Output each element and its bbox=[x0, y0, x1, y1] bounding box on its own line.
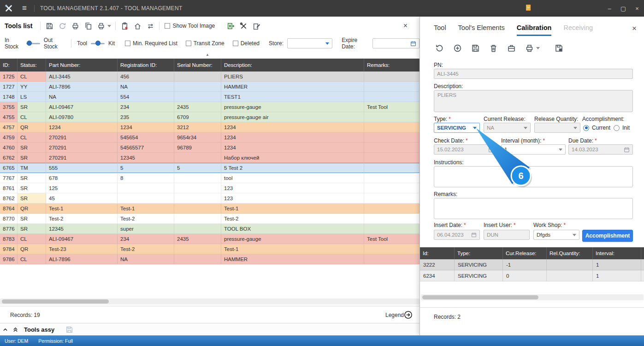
cell-part-number[interactable]: ALI-3445 bbox=[46, 72, 118, 82]
cell-id[interactable]: 4759 bbox=[0, 132, 18, 143]
cell-remarks[interactable] bbox=[364, 153, 419, 163]
store-select[interactable] bbox=[287, 38, 332, 48]
cell-serial-number[interactable]: 6709 bbox=[174, 112, 221, 122]
cell-registration-id[interactable]: Test-2 bbox=[118, 244, 174, 254]
release-quantity-select[interactable] bbox=[534, 123, 580, 133]
copy-icon[interactable] bbox=[82, 20, 95, 32]
column-header[interactable]: Part Number: bbox=[46, 59, 118, 72]
column-header[interactable]: Cur.Release: bbox=[503, 247, 547, 259]
delete-icon[interactable] bbox=[488, 42, 499, 54]
cell-description[interactable]: TOOL BOX bbox=[221, 224, 364, 234]
cell-serial-number[interactable] bbox=[174, 82, 221, 92]
cell-status[interactable]: CL bbox=[18, 234, 46, 244]
cell-description[interactable]: PLIERS bbox=[221, 72, 364, 82]
cell-registration-id[interactable]: Test-1 bbox=[118, 203, 174, 214]
table-row[interactable]: 3222SERVICING-11 bbox=[420, 259, 644, 270]
column-header[interactable]: Description: bbox=[221, 59, 364, 72]
transit-zone-checkbox[interactable]: Transit Zone bbox=[186, 40, 225, 47]
table-row[interactable]: 8776SR12345superTOOL BOX bbox=[0, 224, 419, 234]
cell-part-number[interactable]: ALI-7896 bbox=[46, 82, 118, 92]
cell-status[interactable]: CL bbox=[18, 112, 46, 122]
cell-description[interactable]: 1234 bbox=[221, 143, 364, 153]
cell-registration-id[interactable]: 12345 bbox=[118, 153, 174, 163]
cell-description[interactable]: HAMMER bbox=[221, 82, 364, 92]
cell-remarks[interactable] bbox=[364, 92, 419, 102]
cell-registration-id[interactable] bbox=[118, 183, 174, 193]
detail-close-icon[interactable]: × bbox=[632, 24, 637, 33]
due-date-input[interactable]: 14.03.2023 bbox=[568, 144, 633, 155]
table-row[interactable]: 9786CLALI-7896NAHAMMER bbox=[0, 254, 419, 264]
cell-part-number[interactable]: ALI-09467 bbox=[46, 102, 118, 112]
cell-part-number[interactable]: Test-23 bbox=[46, 244, 118, 254]
interval-select[interactable]: 1 bbox=[501, 144, 566, 155]
cell-status[interactable]: SR bbox=[18, 183, 46, 193]
cell-rel-quantity[interactable] bbox=[547, 259, 593, 270]
work-shop-select[interactable]: Dfgds bbox=[533, 230, 579, 240]
table-row[interactable]: 4760SR27029154565577967891234 bbox=[0, 143, 419, 153]
cell-remarks[interactable] bbox=[364, 183, 419, 193]
cell-serial-number[interactable] bbox=[174, 153, 221, 163]
column-header[interactable]: Serial Number: bbox=[174, 59, 221, 72]
pn-input[interactable]: ALI-3445 bbox=[434, 69, 633, 79]
cell-id[interactable]: 4760 bbox=[0, 143, 18, 153]
cell-part-number[interactable]: 270291 bbox=[46, 153, 118, 163]
min-required-checkbox[interactable]: Min. Required List bbox=[125, 40, 177, 47]
radio-current[interactable]: Current bbox=[583, 125, 610, 131]
cell-cur-release[interactable]: 0 bbox=[503, 270, 547, 281]
column-header[interactable]: Rel.Quantity: bbox=[547, 247, 593, 259]
cell-description[interactable]: 123 bbox=[221, 193, 364, 203]
cell-status[interactable]: SR bbox=[18, 173, 46, 183]
cell-type[interactable]: SERVICING bbox=[455, 270, 503, 281]
print-icon[interactable] bbox=[524, 42, 535, 54]
cell-serial-number[interactable] bbox=[174, 193, 221, 203]
cell-id[interactable]: 6762 bbox=[0, 153, 18, 163]
table-row[interactable]: 1725CLALI-3445456PLIERS bbox=[0, 72, 419, 82]
cell-part-number[interactable]: ALI-09467 bbox=[46, 234, 118, 244]
cell-part-number[interactable]: 270291 bbox=[46, 132, 118, 143]
save-layout-icon[interactable] bbox=[553, 42, 564, 54]
print-icon[interactable] bbox=[69, 20, 82, 32]
cell-remarks[interactable] bbox=[364, 254, 419, 264]
cell-status[interactable]: CL bbox=[18, 254, 46, 264]
cell-description[interactable]: 1234 bbox=[221, 122, 364, 132]
tools-list-close-icon[interactable]: × bbox=[401, 21, 410, 31]
column-header[interactable]: Status: bbox=[18, 59, 46, 72]
cell-registration-id[interactable] bbox=[118, 193, 174, 203]
cell-id[interactable]: 8764 bbox=[0, 203, 18, 214]
cell-registration-id[interactable]: 545654 bbox=[118, 132, 174, 143]
cell-cur-release[interactable]: -1 bbox=[503, 259, 547, 270]
legend-expand-icon[interactable] bbox=[404, 310, 413, 319]
cell-remarks[interactable] bbox=[364, 214, 419, 224]
cell-id[interactable]: 8761 bbox=[0, 183, 18, 193]
cell-extra[interactable] bbox=[641, 270, 644, 281]
table-row[interactable]: 4755CLALI-097802356709pressure-gauge air bbox=[0, 112, 419, 122]
cell-description[interactable]: TEST1 bbox=[221, 92, 364, 102]
cell-status[interactable]: QR bbox=[18, 203, 46, 214]
cell-serial-number[interactable] bbox=[174, 92, 221, 102]
cell-registration-id[interactable]: NA bbox=[118, 254, 174, 264]
table-row[interactable]: 8783CLALI-094672342435pressure-gaugeTest… bbox=[0, 234, 419, 244]
cell-serial-number[interactable] bbox=[174, 173, 221, 183]
cell-registration-id[interactable]: 456 bbox=[118, 72, 174, 82]
column-header[interactable]: I bbox=[641, 247, 644, 259]
cell-registration-id[interactable]: 1234 bbox=[118, 122, 174, 132]
tab-tools-elements[interactable]: Tool's Elements bbox=[458, 24, 505, 36]
expire-date-input[interactable] bbox=[372, 38, 419, 48]
cell-status[interactable]: SR bbox=[18, 102, 46, 112]
cell-extra[interactable] bbox=[641, 259, 644, 270]
cell-status[interactable]: QR bbox=[18, 244, 46, 254]
cell-part-number[interactable]: 45 bbox=[46, 193, 118, 203]
stock-toggle[interactable] bbox=[26, 40, 40, 47]
cell-status[interactable]: SR bbox=[18, 224, 46, 234]
cell-status[interactable]: SR bbox=[18, 193, 46, 203]
calibration-hscrollbar[interactable] bbox=[421, 294, 644, 300]
remarks-textarea[interactable] bbox=[434, 198, 633, 219]
cell-id[interactable]: 9784 bbox=[0, 244, 18, 254]
cell-description[interactable]: HAMMER bbox=[221, 254, 364, 264]
cell-registration-id[interactable]: 8 bbox=[118, 173, 174, 183]
cell-part-number[interactable]: ALI-7896 bbox=[46, 254, 118, 264]
cell-description[interactable]: Test-2 bbox=[221, 214, 364, 224]
cell-description[interactable]: 123 bbox=[221, 183, 364, 193]
column-header[interactable]: ID: bbox=[0, 59, 18, 72]
cell-remarks[interactable]: Test Tool bbox=[364, 234, 419, 244]
